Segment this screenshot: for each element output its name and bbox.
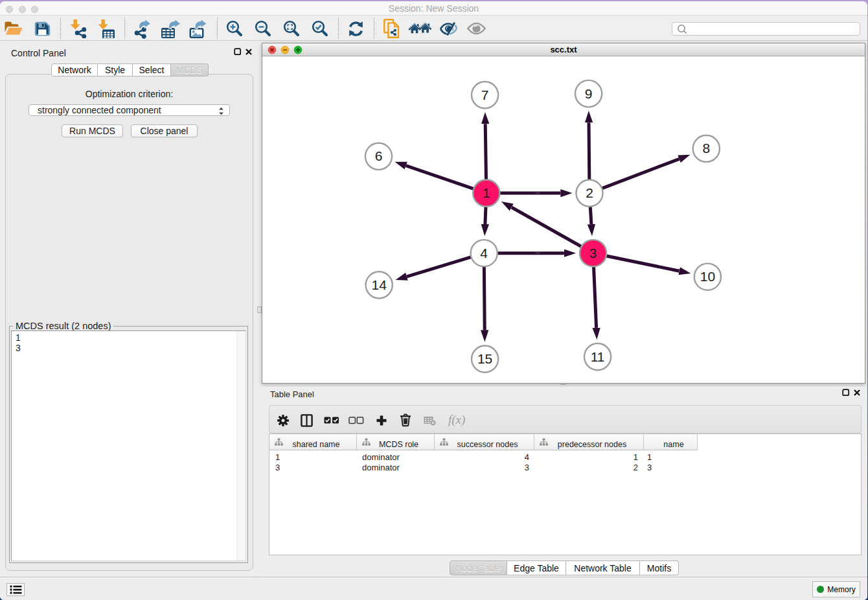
- svg-text:3: 3: [589, 246, 597, 260]
- svg-text:15: 15: [477, 351, 492, 366]
- svg-text:7: 7: [481, 87, 489, 102]
- svg-text:4: 4: [480, 246, 488, 260]
- svg-text:9: 9: [585, 86, 593, 101]
- svg-text:10: 10: [700, 269, 715, 284]
- svg-text:11: 11: [591, 349, 605, 364]
- svg-text:6: 6: [375, 148, 383, 163]
- svg-text:8: 8: [702, 141, 710, 156]
- svg-text:14: 14: [372, 277, 387, 292]
- svg-text:1: 1: [483, 185, 490, 200]
- svg-text:2: 2: [586, 185, 593, 200]
